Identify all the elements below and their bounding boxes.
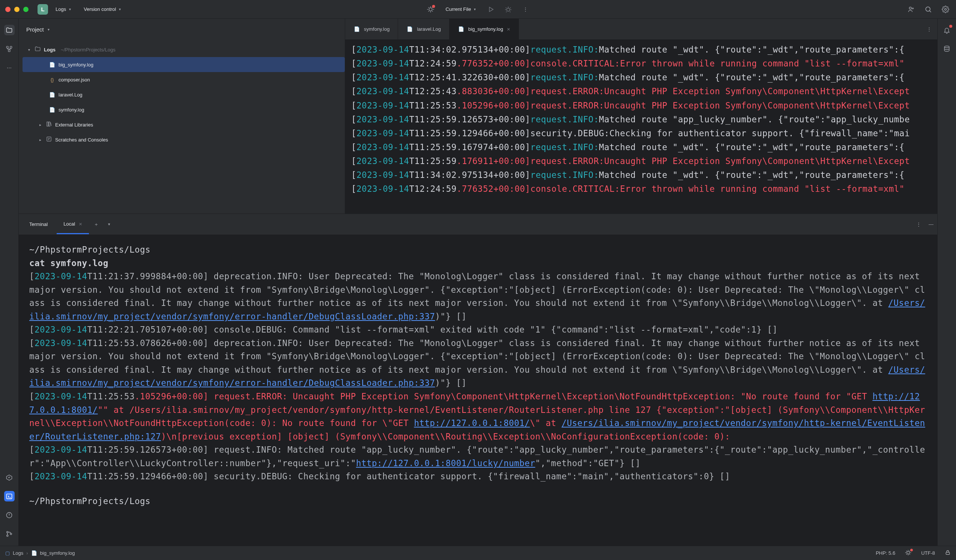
expand-toggle-icon[interactable]: ▾ [26,48,31,52]
terminal-tool-icon[interactable] [4,491,15,502]
project-menu[interactable]: Logs ▾ [52,4,75,14]
project-panel-header[interactable]: Project ▾ [19,19,345,40]
log-line: [2023-09-14T12:25:41.322630+00:00] reque… [351,71,931,85]
tree-file[interactable]: {} composer.json [22,72,345,87]
tree-file-name: laravel.Log [58,92,83,98]
expand-toggle-icon[interactable]: ▸ [38,138,43,142]
terminal-line: [2023-09-14T11:25:59.129466+00:00] secur… [29,470,927,483]
interpreter-icon[interactable] [905,549,911,557]
breadcrumb[interactable]: ▢ Logs › 📄 big_symfony.log [5,550,75,556]
log-file-icon: 📄 [354,26,360,33]
expand-toggle-icon[interactable]: ▸ [38,123,43,127]
tab-laravel-log[interactable]: 📄 laravel.Log [398,19,450,39]
library-icon [46,121,52,128]
editor-area: 📄 symfony.log 📄 laravel.Log 📄 big_symfon… [345,19,937,214]
svg-point-3 [926,7,930,11]
tree-file[interactable]: 📄 big_symfony.log [22,57,345,72]
current-file-label: Current File [446,6,471,12]
terminal-prompt: ~/PhpstormProjects/Logs [29,495,927,508]
close-icon[interactable]: × [507,26,510,32]
tab-big-symfony-log[interactable]: 📄 big_symfony.log × [450,19,519,39]
terminal-line: [2023-09-14T11:25:59.126573+00:00] reque… [29,443,927,470]
project-tool-icon[interactable] [4,25,15,35]
svg-rect-15 [49,122,50,126]
svg-point-17 [944,46,949,48]
terminal-options-icon[interactable]: ⋮ [916,222,921,227]
tree-external-libs[interactable]: ▸ External Libraries [22,117,345,132]
log-file-icon: 📄 [49,106,55,113]
svg-point-11 [7,531,8,533]
terminal-tab-local[interactable]: Local × [57,214,89,234]
svg-point-2 [909,7,911,9]
close-window[interactable] [5,7,11,12]
minimize-panel-icon[interactable]: — [929,222,934,227]
notifications-icon[interactable] [942,25,952,35]
terminal-body[interactable]: ~/PhpstormProjects/Logs cat symfony.log … [19,235,937,546]
json-file-icon: {} [49,76,55,83]
php-version[interactable]: PHP: 5.6 [876,550,895,556]
minimize-window[interactable] [14,7,19,12]
terminal-panel: Terminal Local × ＋ ▾ ⋮ — ~/PhpstormProje… [19,214,937,546]
right-tool-rail [937,19,956,546]
tree-file[interactable]: 📄 laravel.Log [22,87,345,102]
tab-label: symfony.log [364,26,390,32]
url-link[interactable]: http://127.0.0.1:8001/ [414,418,530,428]
log-file-icon: 📄 [49,91,55,98]
tree-file[interactable]: 📄 symfony.log [22,102,345,117]
git-tool-icon[interactable] [4,529,15,539]
terminal-title[interactable]: Terminal [22,214,54,234]
log-file-icon: 📄 [31,550,37,556]
log-line: [2023-09-14T11:34:02.975134+00:00] reque… [351,168,931,182]
structure-tool-icon[interactable] [4,44,15,54]
tree-root[interactable]: ▾ Logs ~/PhpstormProjects/Logs [22,42,345,57]
scratch-icon [46,136,52,143]
tab-symfony-log[interactable]: 📄 symfony.log [345,19,398,39]
database-tool-icon[interactable] [942,44,952,54]
debug-icon[interactable] [503,4,513,15]
tabs-more-icon[interactable]: ⋮ [921,19,937,39]
project-badge[interactable]: L [38,4,48,15]
run-icon[interactable] [486,4,496,15]
encoding[interactable]: UTF-8 [921,550,935,556]
svg-point-4 [945,8,947,10]
search-icon[interactable] [923,4,934,15]
log-line: [2023-09-14T11:25:59.176911+00:00] reque… [351,154,931,168]
svg-point-13 [10,533,12,535]
svg-rect-7 [8,50,10,52]
log-line: [2023-09-14T12:24:59.776352+00:00] conso… [351,182,931,196]
chevron-down-icon: ▾ [119,7,121,11]
vcs-label: Version control [84,6,116,12]
chevron-down-icon: ▾ [48,27,50,31]
tab-label: laravel.Log [417,26,441,32]
services-tool-icon[interactable] [4,472,15,483]
close-icon[interactable]: × [79,221,82,227]
new-terminal-icon[interactable]: ＋ [91,219,102,230]
readonly-icon[interactable] [945,549,951,557]
project-panel: Project ▾ ▾ Logs ~/PhpstormProjects/Logs… [19,19,345,214]
left-tool-rail: ⋯ [0,19,19,546]
maximize-window[interactable] [23,7,28,12]
tree-scratches[interactable]: ▸ Scratches and Consoles [22,132,345,147]
url-link[interactable]: http://127.0.0.1:8001/lucky/number [356,458,535,468]
settings-icon[interactable] [940,4,951,15]
terminal-dropdown-icon[interactable]: ▾ [104,219,115,230]
code-with-me-icon[interactable] [906,4,916,15]
run-config-selector[interactable]: Current File ▾ [443,5,479,14]
problems-tool-icon[interactable] [4,510,15,520]
log-line: [2023-09-14T11:25:59.126573+00:00] reque… [351,113,931,126]
more-tools-icon[interactable]: ⋯ [4,62,15,73]
chevron-down-icon: ▾ [474,7,476,11]
tree-item-label: Scratches and Consoles [55,137,108,143]
statusbar: ▢ Logs › 📄 big_symfony.log PHP: 5.6 UTF-… [0,546,956,560]
log-editor-content[interactable]: [2023-09-14T11:34:02.975134+00:00] reque… [345,40,937,214]
log-file-icon: 📄 [458,26,464,33]
project-tree: ▾ Logs ~/PhpstormProjects/Logs 📄 big_sym… [19,40,345,147]
vcs-menu[interactable]: Version control ▾ [80,4,124,14]
more-icon[interactable]: ⋮ [520,4,530,15]
svg-rect-6 [10,46,12,48]
inspections-icon[interactable] [426,4,436,15]
log-line: [2023-09-14T11:25:59.167974+00:00] reque… [351,140,931,154]
editor-tabs: 📄 symfony.log 📄 laravel.Log 📄 big_symfon… [345,19,937,40]
svg-point-12 [7,535,8,536]
tree-root-name: Logs [44,47,55,52]
